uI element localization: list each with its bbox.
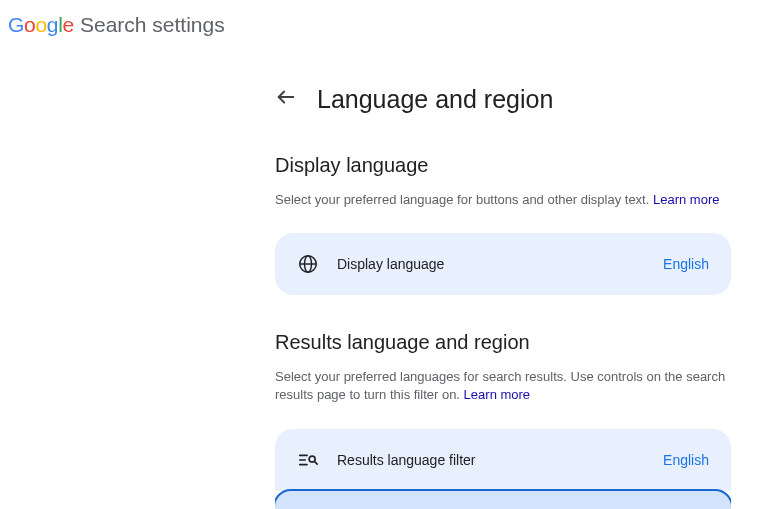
- svg-line-8: [314, 461, 317, 464]
- section-desc: Select your preferred language for butto…: [275, 191, 731, 209]
- section-heading: Display language: [275, 154, 731, 177]
- main-content: Language and region Display language Sel…: [275, 37, 731, 509]
- globe-icon: [297, 253, 319, 275]
- page-title: Language and region: [317, 85, 553, 114]
- back-arrow-icon[interactable]: [275, 86, 317, 114]
- section-heading: Results language and region: [275, 331, 731, 354]
- section-display: Display language Select your preferred l…: [275, 154, 731, 295]
- section-results: Results language and region Select your …: [275, 331, 731, 509]
- card-value: English: [663, 452, 709, 468]
- page-title-row: Language and region: [275, 85, 731, 114]
- google-logo: Google: [8, 13, 80, 37]
- learn-more-link[interactable]: Learn more: [653, 192, 719, 207]
- card-display-language[interactable]: Display language English: [275, 233, 731, 295]
- card-label: Results language filter: [337, 452, 663, 468]
- card-results-region[interactable]: Results region Ireland: [275, 489, 731, 509]
- section-desc: Select your preferred languages for sear…: [275, 368, 731, 404]
- card-group-results: Results language filter English Results …: [275, 429, 731, 509]
- card-results-language-filter[interactable]: Results language filter English: [275, 429, 731, 491]
- card-group-display: Display language English: [275, 233, 731, 295]
- app-title: Search settings: [80, 13, 225, 37]
- header: Google Search settings: [0, 0, 760, 37]
- card-value: English: [663, 256, 709, 272]
- learn-more-link[interactable]: Learn more: [464, 387, 530, 402]
- filter-search-icon: [297, 449, 319, 471]
- card-label: Display language: [337, 256, 663, 272]
